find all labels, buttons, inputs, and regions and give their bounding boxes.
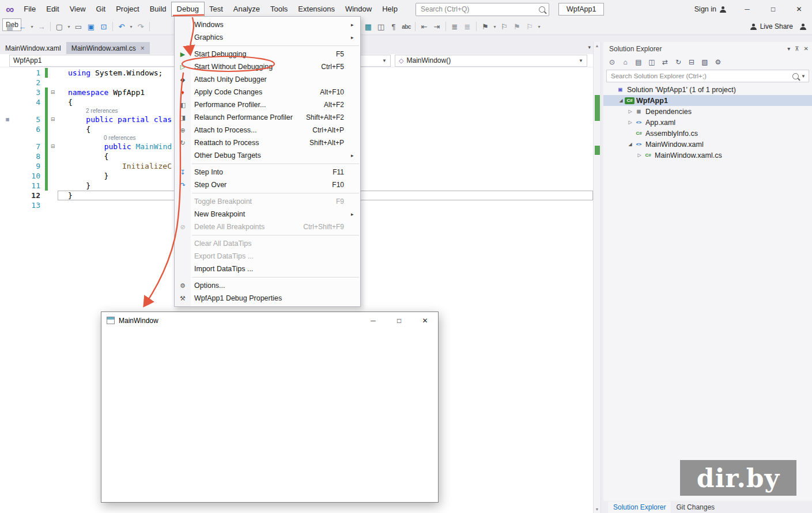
menu-help[interactable]: Help [377, 2, 403, 16]
app-minimize-button[interactable]: ─ [360, 312, 386, 329]
minimize-button[interactable]: ─ [734, 0, 760, 18]
search-box[interactable] [416, 3, 549, 16]
sign-in-button[interactable]: Sign in [694, 5, 726, 13]
menu-item-import-datatips[interactable]: Import DataTips ... [175, 263, 360, 275]
menu-item-start-without-debugging[interactable]: ▷Start Without DebuggingCtrl+F5 [175, 60, 360, 73]
active-files-dropdown-icon[interactable]: ▾ [588, 44, 591, 50]
menu-test[interactable]: Test [204, 2, 228, 16]
menu-item-windows[interactable]: Windows▸ [175, 18, 360, 31]
tab-mainwindow-xaml[interactable]: MainWindow.xaml [0, 42, 66, 54]
fold-margin-cell[interactable]: ⊟ [48, 115, 58, 124]
redo-icon[interactable]: ↷ [134, 20, 147, 33]
refresh-icon[interactable]: ↻ [673, 56, 684, 68]
menu-analyze[interactable]: Analyze [228, 2, 265, 16]
feedback-icon[interactable] [800, 24, 806, 30]
scroll-down-icon[interactable]: ▼ [594, 507, 600, 511]
solution-search-box[interactable]: ▼ [606, 70, 809, 82]
tree-item-dependencies[interactable]: ▷▦Dependencies [603, 106, 812, 117]
menu-item-attach-unity-debugger[interactable]: ◆Attach Unity Debugger [175, 73, 360, 86]
menu-git[interactable]: Git [91, 2, 111, 16]
collapse-all-icon[interactable]: ⊟ [686, 56, 697, 68]
fold-margin-cell[interactable]: ⊟ [48, 142, 58, 151]
save-icon[interactable]: ▣ [85, 20, 97, 33]
display-whitespace-icon[interactable]: ¶ [387, 20, 400, 33]
bookmark-caret-icon[interactable]: ▾ [492, 20, 498, 33]
menu-item-graphics[interactable]: Graphics▸ [175, 31, 360, 44]
tree-item-mainwindow-xaml[interactable]: ◢<>MainWindow.xaml [603, 139, 812, 150]
increase-indent-icon[interactable]: ⇥ [430, 20, 443, 33]
menu-item-start-debugging[interactable]: ▶Start DebuggingF5 [175, 48, 360, 60]
navigate-backward-caret-icon[interactable]: ▾ [29, 20, 35, 33]
new-file-icon[interactable]: ▢ [53, 20, 66, 33]
collapse-arrow-icon[interactable]: ◢ [617, 98, 625, 103]
collapse-arrow-icon[interactable]: ◢ [626, 142, 634, 147]
back-icon[interactable]: ⊙ [606, 56, 618, 68]
find-in-files-icon[interactable]: ◫ [375, 20, 387, 33]
window-layout-icon[interactable]: ▦ [3, 20, 16, 33]
menu-item-wpfapp1-debug-properties[interactable]: ⚒WpfApp1 Debug Properties [175, 292, 360, 305]
tree-item-wpfapp1[interactable]: ◢C#WpfApp1 [603, 95, 812, 106]
menu-item-toggle-breakpoint[interactable]: Toggle BreakpointF9 [175, 195, 360, 208]
app-window-titlebar[interactable]: MainWindow ─ □ ✕ [101, 312, 438, 329]
menu-item-performance-profiler[interactable]: ◧Performance Profiler...Alt+F2 [175, 98, 360, 111]
menu-item-new-breakpoint[interactable]: New Breakpoint▸ [175, 208, 360, 221]
new-file-caret-icon[interactable]: ▾ [66, 20, 72, 33]
menu-item-step-into[interactable]: ↧Step IntoF11 [175, 166, 360, 178]
menu-window[interactable]: Window [340, 2, 377, 16]
expand-arrow-icon[interactable]: ▷ [636, 153, 643, 158]
menu-item-attach-to-process[interactable]: ⊕Attach to Process...Ctrl+Alt+P [175, 124, 360, 136]
app-maximize-button[interactable]: □ [386, 312, 412, 329]
tree-item-mainwindow-xaml-cs[interactable]: ▷C#MainWindow.xaml.cs [603, 150, 812, 161]
menu-view[interactable]: View [65, 2, 91, 16]
properties-icon[interactable]: ⚙ [712, 56, 724, 68]
menu-item-delete-all-breakpoints[interactable]: ⊘Delete All BreakpointsCtrl+Shift+F9 [175, 221, 360, 233]
close-icon[interactable]: ✕ [804, 45, 809, 52]
clear-bookmarks-icon[interactable]: ⚐ [523, 20, 536, 33]
undo-icon[interactable]: ↶ [115, 20, 128, 33]
live-share-button[interactable]: Live Share [750, 22, 793, 31]
menu-extensions[interactable]: Extensions [293, 2, 340, 16]
maximize-button[interactable]: □ [760, 0, 786, 18]
comment-out-icon[interactable]: ≣ [448, 20, 461, 33]
member-dropdown[interactable]: ◇ MainWindow() ▼ [395, 55, 587, 67]
menu-item-step-over[interactable]: ↷Step OverF10 [175, 178, 360, 191]
tool-tab-solution-explorer[interactable]: Solution Explorer [608, 501, 671, 513]
fold-margin-cell[interactable]: ⊟ [48, 88, 58, 97]
open-file-icon[interactable]: ▭ [72, 20, 85, 33]
save-all-icon[interactable]: ⊡ [97, 20, 110, 33]
menu-tools[interactable]: Tools [265, 2, 293, 16]
tree-item-assemblyinfo-cs[interactable]: C#AssemblyInfo.cs [603, 128, 812, 139]
menu-debug[interactable]: Debug [172, 2, 204, 16]
undo-caret-icon[interactable]: ▾ [128, 20, 134, 33]
expand-arrow-icon[interactable]: ▷ [626, 109, 634, 114]
navigate-forward-icon[interactable]: → [35, 20, 48, 33]
toggle-bookmark-icon[interactable]: ⚑ [479, 20, 492, 33]
menu-file[interactable]: File [18, 2, 41, 16]
menu-item-export-datatips[interactable]: Export DataTips ... [175, 250, 360, 263]
navigate-backward-icon[interactable]: ← [16, 20, 29, 33]
toolbar-overflow-icon[interactable]: ▾ [536, 20, 542, 33]
sync-with-active-document-icon[interactable]: ⇄ [659, 56, 671, 68]
decrease-indent-icon[interactable]: ⇤ [418, 20, 430, 33]
menu-item-apply-code-changes[interactable]: ♦Apply Code ChangesAlt+F10 [175, 86, 360, 98]
editor-vertical-scrollbar[interactable]: ▲ ▼ [593, 42, 601, 513]
window-position-icon[interactable]: ▾ [787, 45, 790, 52]
ide-navigate-icon[interactable]: ▦ [362, 20, 375, 33]
tree-item-solution-wpfapp1-1-of-1-project[interactable]: ▣Solution 'WpfApp1' (1 of 1 project) [603, 84, 812, 95]
next-bookmark-icon[interactable]: ⚑ [511, 20, 523, 33]
search-input[interactable] [420, 5, 539, 14]
pending-changes-filter-icon[interactable]: ◫ [646, 56, 658, 68]
menu-item-other-debug-targets[interactable]: Other Debug Targets▸ [175, 149, 360, 162]
tab-mainwindow-xaml-cs[interactable]: MainWindow.xaml.cs× [66, 42, 150, 54]
menu-project[interactable]: Project [111, 2, 144, 16]
expand-arrow-icon[interactable]: ▷ [626, 120, 634, 125]
app-close-button[interactable]: ✕ [412, 312, 438, 329]
previous-bookmark-icon[interactable]: ⚐ [498, 20, 511, 33]
menu-edit[interactable]: Edit [41, 2, 64, 16]
close-icon[interactable]: × [141, 44, 145, 52]
spell-check-icon[interactable]: abc [400, 20, 413, 33]
scroll-up-icon[interactable]: ▲ [594, 44, 600, 48]
show-all-files-icon[interactable]: ▧ [699, 56, 711, 68]
uncomment-icon[interactable]: ≣ [461, 20, 474, 33]
tree-item-app-xaml[interactable]: ▷<>App.xaml [603, 117, 812, 128]
